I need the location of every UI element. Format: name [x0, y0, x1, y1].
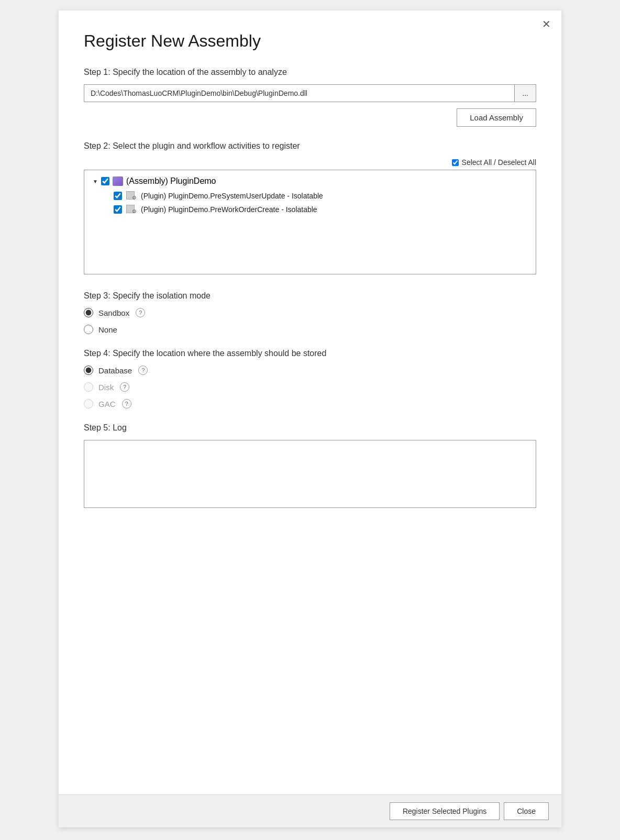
step2-label: Step 2: Select the plugin and workflow a… — [84, 141, 536, 151]
select-all-label: Select All / Deselect All — [462, 158, 536, 167]
plugin1-checkbox[interactable] — [114, 192, 122, 200]
step1-label: Step 1: Specify the location of the asse… — [84, 68, 536, 77]
list-item: (Plugin) PluginDemo.PreWorkOrderCreate -… — [114, 205, 527, 214]
none-label: None — [98, 325, 117, 334]
step3-label: Step 3: Specify the isolation mode — [84, 291, 536, 301]
sandbox-help-icon: ? — [136, 308, 145, 317]
list-item: (Plugin) PluginDemo.PreSystemUserUpdate … — [114, 191, 527, 201]
none-radio[interactable] — [84, 325, 93, 334]
gac-label: GAC — [98, 400, 116, 408]
plugin2-checkbox[interactable] — [114, 205, 122, 214]
sandbox-label: Sandbox — [98, 308, 129, 317]
assembly-path-input[interactable] — [84, 84, 515, 102]
storage-location-group: Database ? Disk ? GAC ? — [84, 366, 536, 408]
browse-button[interactable]: ... — [515, 84, 536, 102]
assembly-icon — [113, 176, 123, 186]
close-button[interactable]: Close — [504, 802, 549, 820]
plugin-icon — [126, 191, 137, 201]
disk-radio[interactable] — [84, 382, 93, 392]
step5-label: Step 5: Log — [84, 423, 536, 433]
gac-radio[interactable] — [84, 399, 93, 408]
plugin-icon — [126, 205, 137, 214]
assembly-checkbox[interactable] — [101, 177, 109, 185]
select-all-checkbox[interactable] — [452, 159, 459, 166]
dialog-title: Register New Assembly — [84, 31, 536, 51]
database-radio[interactable] — [84, 366, 93, 375]
tree-children: (Plugin) PluginDemo.PreSystemUserUpdate … — [114, 191, 527, 214]
register-assembly-dialog: ✕ Register New Assembly Step 1: Specify … — [59, 10, 561, 827]
assembly-label: (Assembly) PluginDemo — [126, 176, 216, 186]
log-output — [84, 440, 536, 508]
tree-collapse-arrow[interactable]: ▼ — [93, 179, 98, 184]
load-assembly-button[interactable]: Load Assembly — [457, 108, 536, 127]
register-button[interactable]: Register Selected Plugins — [390, 802, 500, 820]
plugin1-label: (Plugin) PluginDemo.PreSystemUserUpdate … — [141, 192, 323, 200]
dialog-footer: Register Selected Plugins Close — [59, 794, 561, 827]
gac-help-icon: ? — [122, 399, 131, 408]
sandbox-radio[interactable] — [84, 308, 93, 317]
plugin-tree: ▼ (Assembly) PluginDemo (Plugin) PluginD… — [84, 170, 536, 274]
close-icon[interactable]: ✕ — [542, 19, 551, 29]
disk-help-icon: ? — [120, 382, 129, 392]
isolation-mode-group: Sandbox ? None — [84, 308, 536, 334]
disk-label: Disk — [98, 383, 114, 392]
step4-label: Step 4: Specify the location where the a… — [84, 349, 536, 358]
plugin2-label: (Plugin) PluginDemo.PreWorkOrderCreate -… — [141, 205, 317, 214]
database-help-icon: ? — [138, 366, 148, 375]
database-label: Database — [98, 366, 132, 375]
